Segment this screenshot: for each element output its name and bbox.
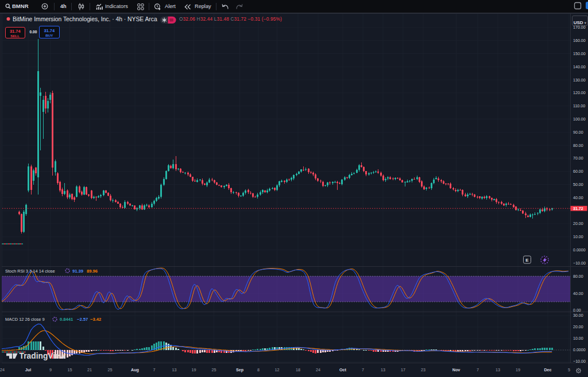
svg-text:19: 19 <box>516 367 520 372</box>
svg-text:19: 19 <box>192 367 196 372</box>
svg-text:13: 13 <box>381 367 385 372</box>
svg-text:20.00: 20.00 <box>573 325 583 329</box>
svg-text:13: 13 <box>496 367 500 372</box>
svg-text:Sep: Sep <box>236 367 244 372</box>
svg-text:50.00: 50.00 <box>573 182 583 187</box>
svg-text:Aug: Aug <box>131 367 139 372</box>
svg-text:10.00: 10.00 <box>573 336 583 341</box>
svg-text:40.00: 40.00 <box>573 292 583 296</box>
svg-text:10.00: 10.00 <box>573 235 583 239</box>
svg-text:0.00: 0.00 <box>573 308 581 313</box>
svg-text:9: 9 <box>49 367 52 372</box>
svg-text:17: 17 <box>401 367 405 372</box>
svg-text:0.0000: 0.0000 <box>573 348 586 352</box>
svg-text:Oct: Oct <box>339 367 347 372</box>
svg-text:60.00: 60.00 <box>573 169 583 174</box>
svg-text:12: 12 <box>275 367 280 372</box>
svg-text:−2.57: −2.57 <box>77 317 88 322</box>
svg-text:40.00: 40.00 <box>573 196 583 200</box>
svg-text:18: 18 <box>296 367 300 372</box>
svg-text:7: 7 <box>362 367 364 372</box>
svg-text:80.00: 80.00 <box>573 274 583 279</box>
svg-text:O32.06 H32.44 L31.48 C31.72 −0: O32.06 H32.44 L31.48 C31.72 −0.31 (−0.95… <box>179 16 282 22</box>
svg-text:90.00: 90.00 <box>573 130 583 135</box>
svg-text:Dec: Dec <box>544 367 551 372</box>
svg-text:Stoch RSI 3 3 14 14 close: Stoch RSI 3 3 14 14 close <box>5 269 55 274</box>
svg-text:150.00: 150.00 <box>573 52 586 56</box>
svg-text:0.8441: 0.8441 <box>60 317 74 322</box>
svg-text:8: 8 <box>257 367 260 372</box>
svg-text:21: 21 <box>87 367 92 372</box>
svg-text:140.00: 140.00 <box>573 65 586 69</box>
svg-text:E: E <box>525 258 528 263</box>
svg-text:24: 24 <box>316 367 320 372</box>
svg-text:20.00: 20.00 <box>573 221 583 226</box>
svg-text:7: 7 <box>477 367 479 372</box>
svg-text:110.00: 110.00 <box>573 104 585 108</box>
svg-text:BitMine Immersion Technologies: BitMine Immersion Technologies, Inc. · 4… <box>13 16 157 22</box>
svg-text:160.00: 160.00 <box>573 38 586 43</box>
svg-text:30.00: 30.00 <box>573 313 583 318</box>
svg-text:25: 25 <box>108 367 113 372</box>
svg-text:5: 5 <box>568 367 570 372</box>
svg-text:7: 7 <box>153 367 156 372</box>
svg-text:Nov: Nov <box>452 367 461 372</box>
svg-text:0.0000: 0.0000 <box>573 248 586 252</box>
svg-text:−10.00: −10.00 <box>573 261 586 266</box>
svg-text:31.72: 31.72 <box>573 207 583 211</box>
svg-text:120.00: 120.00 <box>573 91 586 95</box>
svg-text:25: 25 <box>212 367 216 372</box>
svg-text:100.00: 100.00 <box>573 117 586 122</box>
svg-text:MACD 12 26 close 9: MACD 12 26 close 9 <box>5 317 45 322</box>
svg-text:Jul: Jul <box>25 367 31 372</box>
svg-text:−3.42: −3.42 <box>90 317 101 322</box>
svg-text:23: 23 <box>421 367 425 372</box>
svg-text:24: 24 <box>0 367 5 372</box>
svg-text:−10.00: −10.00 <box>573 359 586 364</box>
svg-text:13: 13 <box>172 367 177 372</box>
svg-text:89.96: 89.96 <box>87 269 98 274</box>
svg-text:130.00: 130.00 <box>573 78 586 83</box>
svg-text:70.00: 70.00 <box>573 156 583 161</box>
svg-text:80.00: 80.00 <box>573 143 583 148</box>
svg-text:TradingView: TradingView <box>20 352 66 360</box>
svg-text:15: 15 <box>68 367 72 372</box>
svg-text:91.39: 91.39 <box>72 269 83 274</box>
